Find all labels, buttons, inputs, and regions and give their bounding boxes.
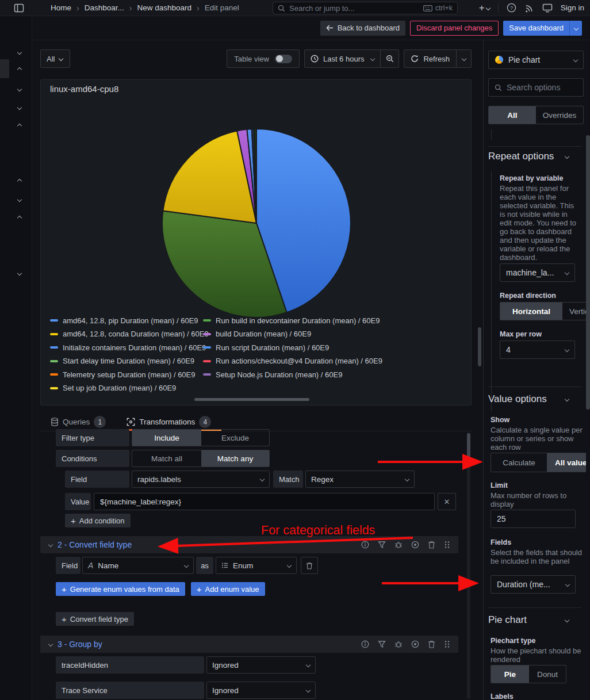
chevron-down-icon bbox=[405, 477, 409, 481]
condition-field-select[interactable]: rapids.labels bbox=[132, 471, 270, 488]
breadcrumb-separator: › bbox=[76, 3, 79, 13]
match-all-option[interactable]: Match all bbox=[132, 450, 201, 466]
delete-conversion-button[interactable] bbox=[301, 557, 318, 574]
all-values-option[interactable]: All values bbox=[547, 453, 586, 472]
breadcrumb-dashboards[interactable]: Dashboar... bbox=[85, 3, 124, 12]
sign-in-button[interactable]: Sign in bbox=[561, 3, 584, 12]
debug-bug-icon[interactable] bbox=[394, 541, 403, 549]
limit-input[interactable]: 25 bbox=[491, 510, 576, 528]
refresh-interval-menu-button[interactable] bbox=[457, 49, 472, 68]
filter-icon[interactable] bbox=[378, 640, 386, 648]
drag-handle-icon[interactable] bbox=[444, 541, 450, 549]
nav-chevron-down-icon[interactable] bbox=[17, 271, 22, 276]
legend-item[interactable]: Setup Node.js Duration (mean) / 60E9 bbox=[203, 370, 342, 379]
legend-item[interactable]: Run script Duration (mean) / 60E9 bbox=[203, 343, 329, 352]
vertical-option[interactable]: Vertical bbox=[562, 303, 586, 320]
max-per-row-select[interactable]: 4 bbox=[500, 341, 575, 359]
convert-field-select[interactable]: A Name bbox=[82, 557, 194, 574]
time-range-picker[interactable]: Last 6 hours bbox=[304, 49, 381, 68]
generate-enum-values-button[interactable]: +Generate enum values from data bbox=[56, 582, 185, 596]
nav-chevron-down-icon[interactable] bbox=[17, 50, 22, 55]
table-view-toggle[interactable] bbox=[275, 55, 292, 63]
back-to-dashboard-button[interactable]: Back to dashboard bbox=[320, 21, 405, 36]
condition-value-input[interactable]: ${machine_label:regex} bbox=[94, 493, 435, 510]
repeat-variable-select[interactable]: machine_la... bbox=[500, 263, 575, 282]
legend-item[interactable]: Start delay time Duration (mean) / 60E9 bbox=[50, 357, 203, 365]
breadcrumb-home[interactable]: Home bbox=[51, 3, 71, 12]
info-icon[interactable] bbox=[361, 541, 369, 549]
options-scrollbar[interactable] bbox=[586, 135, 590, 410]
trash-icon[interactable] bbox=[428, 640, 435, 648]
group-option-select[interactable]: Ignored bbox=[206, 682, 316, 699]
add-convert-field-type-button[interactable]: +Convert field type bbox=[56, 612, 134, 626]
scrollbar-track[interactable] bbox=[467, 433, 470, 699]
group-option-select[interactable]: Ignored bbox=[206, 656, 316, 674]
legend-item[interactable]: Run actions/checkout@v4 Duration (mean) … bbox=[203, 357, 382, 365]
discard-panel-changes-button[interactable]: Discard panel changes bbox=[410, 21, 499, 36]
legend-item[interactable]: amd64, 12.8, conda Duration (mean) / 60E… bbox=[50, 330, 203, 338]
section-title[interactable]: 3 - Group by bbox=[58, 640, 102, 649]
nav-chevron-down-icon[interactable] bbox=[17, 197, 22, 202]
pie-chart-options-header[interactable]: Pie chart bbox=[488, 614, 581, 626]
horizontal-option[interactable]: Horizontal bbox=[500, 303, 562, 320]
news-rss-icon[interactable] bbox=[524, 3, 534, 13]
breadcrumb-new-dashboard[interactable]: New dashboard bbox=[137, 3, 191, 12]
tab-all[interactable]: All bbox=[489, 106, 536, 124]
save-dashboard-menu-button[interactable] bbox=[569, 21, 582, 36]
transformations-count-badge: 4 bbox=[199, 416, 211, 428]
remove-condition-button[interactable]: ✕ bbox=[438, 493, 456, 510]
scrollbar-thumb[interactable] bbox=[467, 433, 470, 457]
include-option[interactable]: Include bbox=[132, 430, 201, 446]
help-icon[interactable]: ? bbox=[507, 3, 516, 13]
add-condition-button[interactable]: +Add condition bbox=[65, 514, 131, 527]
condition-match-select[interactable]: Regex bbox=[305, 471, 415, 488]
eye-icon[interactable] bbox=[411, 541, 419, 549]
nav-chevron-up-icon[interactable] bbox=[17, 124, 22, 128]
tab-overrides[interactable]: Overrides bbox=[536, 106, 583, 124]
nav-chevron-down-icon[interactable] bbox=[17, 105, 22, 110]
legend-item[interactable]: Set up job Duration (mean) / 60E9 bbox=[50, 384, 203, 392]
add-new-button[interactable]: + bbox=[479, 2, 490, 14]
nav-chevron-up-icon[interactable] bbox=[17, 216, 22, 220]
info-icon[interactable] bbox=[361, 640, 369, 648]
template-variable-select[interactable]: All bbox=[40, 49, 70, 68]
tab-queries[interactable]: Queries 1 bbox=[40, 413, 116, 431]
sidebar-toggle-button[interactable] bbox=[14, 3, 24, 13]
nav-chevron-up-icon[interactable] bbox=[17, 67, 22, 72]
nav-chevron-up-icon[interactable] bbox=[17, 179, 22, 183]
legend-item[interactable]: amd64, 12.8, pip Duration (mean) / 60E9 bbox=[50, 316, 203, 325]
search-input[interactable]: Search or jump to... ctrl+k bbox=[273, 2, 458, 14]
horizontal-scrollbar[interactable] bbox=[194, 398, 309, 401]
convert-type-select[interactable]: Enum bbox=[216, 557, 297, 574]
donut-option[interactable]: Donut bbox=[529, 665, 566, 683]
visualization-select[interactable]: Pie chart bbox=[488, 51, 584, 69]
refresh-button[interactable]: Refresh bbox=[404, 49, 457, 68]
display-icon[interactable] bbox=[542, 3, 553, 13]
filter-icon[interactable] bbox=[378, 541, 386, 549]
nav-chevron-down-icon[interactable] bbox=[17, 87, 22, 91]
save-dashboard-button[interactable]: Save dashboard bbox=[503, 21, 569, 36]
pie-option[interactable]: Pie bbox=[491, 665, 529, 683]
legend-item[interactable]: Run build in devcontainer Duration (mean… bbox=[203, 316, 380, 325]
tab-transformations[interactable]: Transformations 4 bbox=[116, 413, 221, 431]
debug-bug-icon[interactable] bbox=[394, 640, 403, 648]
add-enum-value-button[interactable]: +Add enum value bbox=[191, 582, 265, 596]
legend-item[interactable]: Telemetry setup Duration (mean) / 60E9 bbox=[50, 370, 203, 379]
match-any-option[interactable]: Match any bbox=[201, 450, 269, 466]
repeat-options-header[interactable]: Repeat options bbox=[488, 151, 581, 162]
edit-pane-scrollbar[interactable] bbox=[478, 327, 481, 366]
collapse-icon[interactable] bbox=[48, 642, 53, 647]
legend-item[interactable]: Initialize containers Duration (mean) / … bbox=[50, 343, 203, 352]
legend-item[interactable]: build Duration (mean) / 60E9 bbox=[203, 330, 311, 338]
value-options-header[interactable]: Value options bbox=[488, 393, 581, 405]
drag-handle-icon[interactable] bbox=[444, 640, 450, 648]
exclude-option[interactable]: Exclude bbox=[201, 430, 269, 446]
fields-select[interactable]: Duration (me... bbox=[491, 575, 576, 594]
section-title[interactable]: 2 - Convert field type bbox=[58, 540, 132, 549]
search-options-input[interactable]: Search options bbox=[488, 78, 584, 97]
time-zoom-out-button[interactable] bbox=[381, 49, 399, 68]
collapse-icon[interactable] bbox=[48, 542, 53, 547]
trash-icon[interactable] bbox=[428, 541, 435, 549]
calculate-option[interactable]: Calculate bbox=[491, 453, 547, 472]
eye-icon[interactable] bbox=[411, 640, 419, 648]
